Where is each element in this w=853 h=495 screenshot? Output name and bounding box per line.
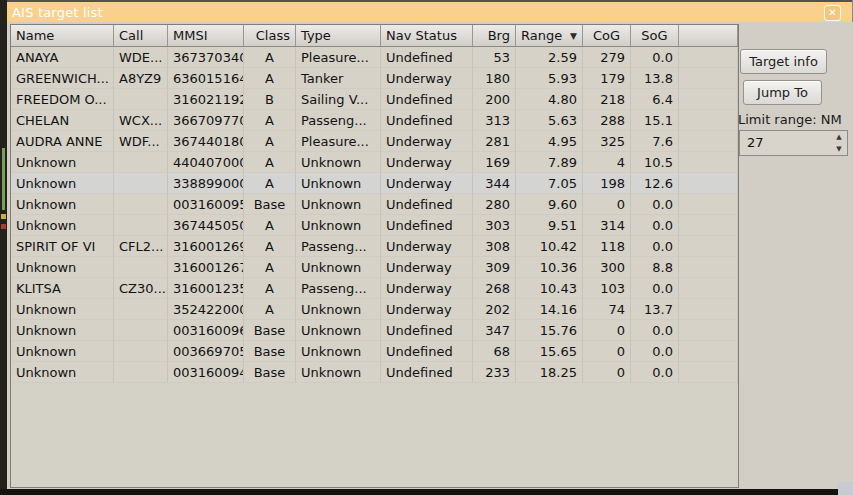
cell-type: Unknown — [296, 173, 381, 194]
spinner-up-icon[interactable]: ▲ — [831, 131, 847, 143]
cell-call — [114, 320, 168, 341]
cell-call — [114, 215, 168, 236]
cell-range: 9.60 — [516, 194, 583, 215]
table-row[interactable]: Unknown003160094BaseUnknownUndefined2331… — [11, 362, 738, 383]
cell-mmsi: 316001269 — [168, 236, 244, 257]
cell-call — [114, 299, 168, 320]
cell-sog: 12.6 — [631, 173, 679, 194]
cell-class: A — [244, 68, 296, 89]
cell-range: 2.59 — [516, 47, 583, 68]
target-info-button[interactable]: Target info — [740, 49, 827, 74]
cell-call: CFL2... — [114, 236, 168, 257]
cell-name: KLITSA — [11, 278, 114, 299]
column-header-nav_status[interactable]: Nav Status — [381, 25, 473, 47]
cell-range: 15.65 — [516, 341, 583, 362]
cell-blank — [679, 110, 738, 131]
cell-nav_status: Underway — [381, 152, 473, 173]
column-header-mmsi[interactable]: MMSI — [168, 25, 244, 47]
cell-name: Unknown — [11, 152, 114, 173]
column-header-brg[interactable]: Brg — [473, 25, 516, 47]
cell-call: WDE... — [114, 47, 168, 68]
cell-nav_status: Undefined — [381, 89, 473, 110]
cell-type: Tanker — [296, 68, 381, 89]
cell-nav_status: Undefined — [381, 110, 473, 131]
window-titlebar[interactable]: AIS target list ✕ — [7, 0, 852, 22]
column-header-class[interactable]: Class — [244, 25, 296, 47]
cell-blank — [679, 278, 738, 299]
table-row[interactable]: Unknown003160095BaseUnknownUndefined2809… — [11, 194, 738, 215]
cell-sog: 7.6 — [631, 131, 679, 152]
cell-type: Sailing V... — [296, 89, 381, 110]
cell-mmsi: 367445050 — [168, 215, 244, 236]
cell-type: Unknown — [296, 362, 381, 383]
cell-cog: 0 — [583, 320, 631, 341]
cell-sog: 0.0 — [631, 362, 679, 383]
cell-cog: 325 — [583, 131, 631, 152]
cell-sog: 0.0 — [631, 215, 679, 236]
cell-type: Pleasure... — [296, 131, 381, 152]
cell-cog: 103 — [583, 278, 631, 299]
table-row[interactable]: Unknown003669705BaseUnknownUndefined6815… — [11, 341, 738, 362]
cell-mmsi: 440407000 — [168, 152, 244, 173]
table-row[interactable]: Unknown316001267AUnknownUnderway30910.36… — [11, 257, 738, 278]
column-header-label: Range — [521, 28, 562, 43]
cell-class: Base — [244, 194, 296, 215]
cell-sog: 0.0 — [631, 194, 679, 215]
cell-name: Unknown — [11, 362, 114, 383]
cell-blank — [679, 173, 738, 194]
table-row[interactable]: Unknown440407000AUnknownUnderway1697.894… — [11, 152, 738, 173]
close-button[interactable]: ✕ — [824, 5, 841, 21]
cell-class: Base — [244, 362, 296, 383]
cell-type: Unknown — [296, 215, 381, 236]
table-row[interactable]: FREEDOM O...316021192BSailing V...Undefi… — [11, 89, 738, 110]
limit-range-spinner[interactable]: 27 ▲ ▼ — [739, 130, 848, 156]
column-header-name[interactable]: Name — [11, 25, 114, 47]
cell-name: Unknown — [11, 257, 114, 278]
table-row[interactable]: Unknown003160096BaseUnknownUndefined3471… — [11, 320, 738, 341]
table-row[interactable]: CHELANWCX...366709770APasseng...Undefine… — [11, 110, 738, 131]
column-header-blank[interactable] — [679, 25, 738, 47]
column-header-sog[interactable]: SoG — [631, 25, 679, 47]
cell-brg: 202 — [473, 299, 516, 320]
table-row[interactable]: SPIRIT OF VICFL2...316001269APasseng...U… — [11, 236, 738, 257]
cell-nav_status: Undefined — [381, 341, 473, 362]
column-header-call[interactable]: Call — [114, 25, 168, 47]
column-header-range[interactable]: Range▼ — [516, 25, 583, 47]
cell-call — [114, 194, 168, 215]
cell-mmsi: 003160096 — [168, 320, 244, 341]
table-row[interactable]: GREENWICH...A8YZ9636015164ATankerUnderwa… — [11, 68, 738, 89]
cell-mmsi: 367440180 — [168, 131, 244, 152]
cell-cog: 74 — [583, 299, 631, 320]
cell-nav_status: Underway — [381, 278, 473, 299]
table-row[interactable]: Unknown352422000AUnknownUnderway20214.16… — [11, 299, 738, 320]
spinner-down-icon[interactable]: ▼ — [831, 143, 847, 155]
background-bottom-strip — [0, 489, 838, 495]
cell-cog: 179 — [583, 68, 631, 89]
table-row[interactable]: ANAYAWDE...367370340APleasure...Undefine… — [11, 47, 738, 68]
table-row[interactable]: KLITSACZ30...316001235APasseng...Underwa… — [11, 278, 738, 299]
table-row[interactable]: AUDRA ANNEWDF...367440180APleasure...Und… — [11, 131, 738, 152]
cell-blank — [679, 299, 738, 320]
table-row[interactable]: Unknown338899000AUnknownUnderway3447.051… — [11, 173, 738, 194]
jump-to-button[interactable]: Jump To — [743, 80, 822, 105]
cell-type: Pleasure... — [296, 47, 381, 68]
column-header-label: Brg — [488, 28, 510, 43]
cell-call: A8YZ9 — [114, 68, 168, 89]
cell-type: Passeng... — [296, 278, 381, 299]
cell-range: 4.95 — [516, 131, 583, 152]
cell-blank — [679, 68, 738, 89]
cell-name: ANAYA — [11, 47, 114, 68]
cell-sog: 13.7 — [631, 299, 679, 320]
cell-nav_status: Underway — [381, 257, 473, 278]
cell-name: Unknown — [11, 341, 114, 362]
column-header-cog[interactable]: CoG — [583, 25, 631, 47]
close-icon: ✕ — [828, 7, 836, 18]
cell-brg: 68 — [473, 341, 516, 362]
column-header-type[interactable]: Type — [296, 25, 381, 47]
cell-call: WDF... — [114, 131, 168, 152]
cell-cog: 288 — [583, 110, 631, 131]
table-row[interactable]: Unknown367445050AUnknownUndefined3039.51… — [11, 215, 738, 236]
limit-range-value: 27 — [740, 131, 831, 155]
resize-grip[interactable] — [838, 482, 853, 495]
cell-cog: 218 — [583, 89, 631, 110]
